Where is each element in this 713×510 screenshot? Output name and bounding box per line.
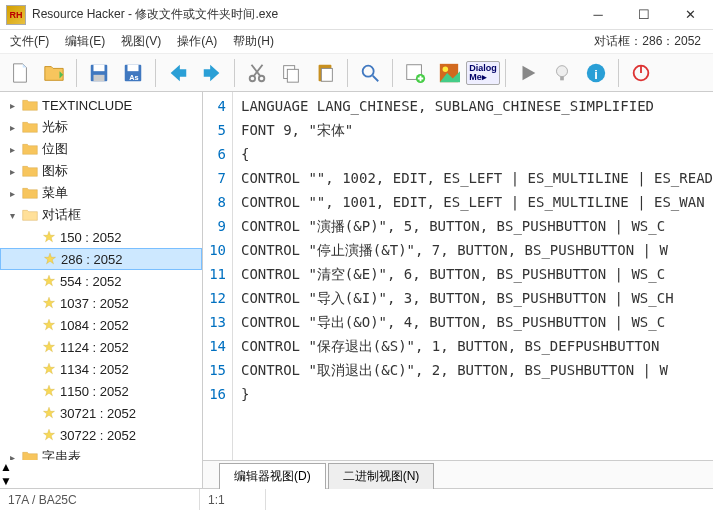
tree-item-label: 位图 bbox=[42, 140, 68, 158]
tree-leaf[interactable]: 150 : 2052 bbox=[0, 226, 202, 248]
code-line[interactable]: CONTROL "导入(&I)", 3, BUTTON, BS_PUSHBUTT… bbox=[241, 286, 713, 310]
code-line[interactable]: CONTROL "清空(&E)", 6, BUTTON, BS_PUSHBUTT… bbox=[241, 262, 713, 286]
expander-icon[interactable]: ▸ bbox=[6, 452, 18, 461]
line-number: 6 bbox=[203, 142, 232, 166]
line-number: 13 bbox=[203, 310, 232, 334]
power-button[interactable] bbox=[625, 57, 657, 89]
svg-point-12 bbox=[363, 65, 374, 76]
code-line[interactable]: CONTROL "保存退出(&S)", 1, BUTTON, BS_DEFPUS… bbox=[241, 334, 713, 358]
resource-tree[interactable]: ▸TEXTINCLUDE▸光标▸位图▸图标▸菜单▾对话框150 : 205228… bbox=[0, 92, 202, 460]
line-number: 4 bbox=[203, 94, 232, 118]
paste-button[interactable] bbox=[309, 57, 341, 89]
tab-editor-view[interactable]: 编辑器视图(D) bbox=[219, 463, 326, 489]
next-arrow-button[interactable] bbox=[196, 57, 228, 89]
menu-edit[interactable]: 编辑(E) bbox=[57, 31, 113, 52]
tree-folder[interactable]: ▸字串表 bbox=[0, 446, 202, 460]
svg-point-16 bbox=[443, 66, 449, 72]
tree-item-label: 字串表 bbox=[42, 448, 81, 460]
expander-icon[interactable]: ▸ bbox=[6, 100, 18, 111]
image-resource-button[interactable] bbox=[433, 57, 465, 89]
menu-file[interactable]: 文件(F) bbox=[2, 31, 57, 52]
minimize-button[interactable]: ─ bbox=[575, 0, 621, 30]
save-button[interactable] bbox=[83, 57, 115, 89]
dialog-resource-button[interactable]: DialogMe▸ bbox=[467, 57, 499, 89]
tree-item-label: 1084 : 2052 bbox=[60, 318, 129, 333]
scroll-up-arrow[interactable]: ▲ bbox=[0, 460, 202, 474]
svg-text:i: i bbox=[594, 66, 598, 81]
close-button[interactable]: ✕ bbox=[667, 0, 713, 30]
tree-folder[interactable]: ▾对话框 bbox=[0, 204, 202, 226]
info-button[interactable]: i bbox=[580, 57, 612, 89]
code-line[interactable]: FONT 9, "宋体" bbox=[241, 118, 713, 142]
tab-binary-view[interactable]: 二进制视图(N) bbox=[328, 463, 435, 489]
tree-item-label: TEXTINCLUDE bbox=[42, 98, 132, 113]
code-line[interactable]: CONTROL "", 1001, EDIT, ES_LEFT | ES_MUL… bbox=[241, 190, 713, 214]
tree-folder[interactable]: ▸菜单 bbox=[0, 182, 202, 204]
code-line[interactable]: CONTROL "导出(&O)", 4, BUTTON, BS_PUSHBUTT… bbox=[241, 310, 713, 334]
play-button[interactable] bbox=[512, 57, 544, 89]
bulb-button[interactable] bbox=[546, 57, 578, 89]
tree-item-label: 150 : 2052 bbox=[60, 230, 121, 245]
app-logo: RH bbox=[6, 5, 26, 25]
maximize-button[interactable]: ☐ bbox=[621, 0, 667, 30]
editor-tabs: 编辑器视图(D) 二进制视图(N) bbox=[203, 460, 713, 488]
tree-leaf[interactable]: 1084 : 2052 bbox=[0, 314, 202, 336]
code-line[interactable]: { bbox=[241, 142, 713, 166]
menubar-status: 对话框：286：2052 bbox=[584, 33, 711, 50]
add-resource-button[interactable] bbox=[399, 57, 431, 89]
svg-rect-4 bbox=[128, 64, 139, 70]
expander-icon[interactable]: ▾ bbox=[6, 210, 18, 221]
copy-button[interactable] bbox=[275, 57, 307, 89]
tree-leaf[interactable]: 1037 : 2052 bbox=[0, 292, 202, 314]
menu-action[interactable]: 操作(A) bbox=[169, 31, 225, 52]
code-editor[interactable]: 45678910111213141516 LANGUAGE LANG_CHINE… bbox=[203, 92, 713, 460]
line-number: 14 bbox=[203, 334, 232, 358]
tree-item-label: 30722 : 2052 bbox=[60, 428, 136, 443]
cut-button[interactable] bbox=[241, 57, 273, 89]
code-line[interactable]: CONTROL "演播(&P)", 5, BUTTON, BS_PUSHBUTT… bbox=[241, 214, 713, 238]
tree-leaf[interactable]: 30721 : 2052 bbox=[0, 402, 202, 424]
tree-leaf[interactable]: 1150 : 2052 bbox=[0, 380, 202, 402]
line-number: 11 bbox=[203, 262, 232, 286]
tree-item-label: 对话框 bbox=[42, 206, 81, 224]
scroll-down-arrow[interactable]: ▼ bbox=[0, 474, 202, 488]
tree-item-label: 554 : 2052 bbox=[60, 274, 121, 289]
open-file-button[interactable] bbox=[38, 57, 70, 89]
titlebar: RH Resource Hacker - 修改文件或文件夹时间.exe ─ ☐ … bbox=[0, 0, 713, 30]
tree-item-label: 菜单 bbox=[42, 184, 68, 202]
tree-leaf[interactable]: 286 : 2052 bbox=[0, 248, 202, 270]
tree-leaf[interactable]: 1124 : 2052 bbox=[0, 336, 202, 358]
menu-help[interactable]: 帮助(H) bbox=[225, 31, 282, 52]
tree-leaf[interactable]: 554 : 2052 bbox=[0, 270, 202, 292]
svg-rect-2 bbox=[94, 74, 105, 80]
expander-icon[interactable]: ▸ bbox=[6, 122, 18, 133]
tree-scrollbar[interactable]: ▲ ▼ bbox=[0, 460, 202, 488]
code-line[interactable]: CONTROL "取消退出(&C)", 2, BUTTON, BS_PUSHBU… bbox=[241, 358, 713, 382]
code-line[interactable]: LANGUAGE LANG_CHINESE, SUBLANG_CHINESE_S… bbox=[241, 94, 713, 118]
expander-icon[interactable]: ▸ bbox=[6, 166, 18, 177]
tree-item-label: 30721 : 2052 bbox=[60, 406, 136, 421]
code-line[interactable]: CONTROL "停止演播(&T)", 7, BUTTON, BS_PUSHBU… bbox=[241, 238, 713, 262]
code-line[interactable]: CONTROL "", 1002, EDIT, ES_LEFT | ES_MUL… bbox=[241, 166, 713, 190]
line-number: 15 bbox=[203, 358, 232, 382]
menu-view[interactable]: 视图(V) bbox=[113, 31, 169, 52]
find-button[interactable] bbox=[354, 57, 386, 89]
tree-leaf[interactable]: 1134 : 2052 bbox=[0, 358, 202, 380]
tree-folder[interactable]: ▸图标 bbox=[0, 160, 202, 182]
status-position: 17A / BA25C bbox=[0, 489, 200, 510]
tree-leaf[interactable]: 30722 : 2052 bbox=[0, 424, 202, 446]
svg-rect-11 bbox=[321, 68, 332, 81]
tree-folder[interactable]: ▸光标 bbox=[0, 116, 202, 138]
expander-icon[interactable]: ▸ bbox=[6, 188, 18, 199]
code-content[interactable]: LANGUAGE LANG_CHINESE, SUBLANG_CHINESE_S… bbox=[233, 92, 713, 460]
expander-icon[interactable]: ▸ bbox=[6, 144, 18, 155]
window-title: Resource Hacker - 修改文件或文件夹时间.exe bbox=[32, 6, 575, 23]
editor-pane: 45678910111213141516 LANGUAGE LANG_CHINE… bbox=[203, 92, 713, 488]
line-number: 8 bbox=[203, 190, 232, 214]
prev-arrow-button[interactable] bbox=[162, 57, 194, 89]
code-line[interactable]: } bbox=[241, 382, 713, 406]
save-as-button[interactable]: As bbox=[117, 57, 149, 89]
tree-folder[interactable]: ▸位图 bbox=[0, 138, 202, 160]
tree-folder[interactable]: ▸TEXTINCLUDE bbox=[0, 94, 202, 116]
new-file-button[interactable] bbox=[4, 57, 36, 89]
